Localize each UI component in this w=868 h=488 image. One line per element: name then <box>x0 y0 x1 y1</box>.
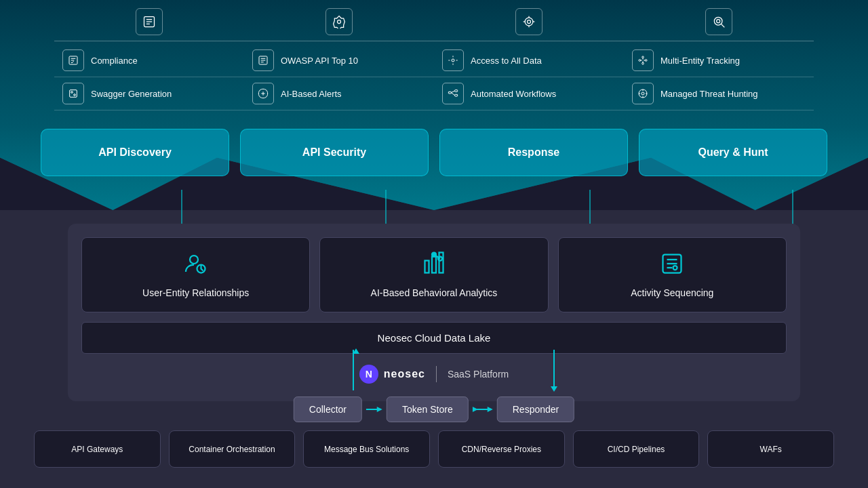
svg-point-25 <box>642 62 644 64</box>
api-discovery-top-icon <box>136 8 163 35</box>
bottom-card-message-bus[interactable]: Message Bus Solutions <box>303 430 430 468</box>
feature-compliance: Compliance <box>54 44 244 77</box>
user-entity-label: User-Entity Relationships <box>142 287 249 298</box>
api-security-col <box>244 8 434 41</box>
saas-divider <box>436 366 437 382</box>
svg-line-37 <box>451 93 454 96</box>
svg-line-13 <box>722 24 725 28</box>
bottom-card-cicd[interactable]: CI/CD Pipelines <box>573 430 700 468</box>
query-hunt-top-icon <box>705 8 732 35</box>
module-query-hunt[interactable]: Query & Hunt <box>639 129 827 176</box>
features-grid: Compliance OWASP API Top 10 Access to Al… <box>54 44 814 110</box>
api-discovery-col <box>54 8 244 41</box>
saas-platform-label: SaaS Platform <box>448 369 509 380</box>
owasp-label: OWASP API Top 10 <box>281 56 358 66</box>
svg-rect-44 <box>439 253 443 273</box>
workflows-label: Automated Workflows <box>471 89 556 99</box>
bottom-card-wafs[interactable]: WAFs <box>707 430 834 468</box>
wafs-label: WAFs <box>760 445 782 454</box>
modules-row: API Discovery API Security Response Quer… <box>0 129 868 176</box>
api-security-top-icon <box>326 8 353 35</box>
svg-rect-33 <box>448 92 451 94</box>
feature-swagger: Swagger Generation <box>54 77 244 110</box>
divider-4 <box>624 41 814 41</box>
svg-rect-34 <box>455 90 458 92</box>
user-entity-icon <box>184 251 208 281</box>
swagger-icon <box>62 83 84 104</box>
divider-3 <box>434 41 624 41</box>
svg-rect-43 <box>432 257 436 273</box>
cdn-label: CDN/Reverse Proxies <box>462 445 541 454</box>
compliance-label: Compliance <box>91 56 138 66</box>
message-bus-label: Message Bus Solutions <box>324 445 409 454</box>
analytics-card-behavioral[interactable]: AI-Based Behavioral Analytics <box>319 237 548 312</box>
svg-point-38 <box>642 92 644 95</box>
svg-point-24 <box>645 60 647 62</box>
analytics-card-activity[interactable]: Activity Sequencing <box>558 237 787 312</box>
bottom-card-api-gateways[interactable]: API Gateways <box>34 430 161 468</box>
module-api-discovery[interactable]: API Discovery <box>41 129 229 176</box>
svg-point-32 <box>74 94 76 96</box>
bottom-connector-left-arrow <box>353 348 359 354</box>
response-col <box>434 8 624 41</box>
feature-threat-hunting: Managed Threat Hunting <box>624 77 814 110</box>
svg-point-6 <box>525 18 533 26</box>
neosec-text: neosec <box>384 368 425 380</box>
svg-point-21 <box>452 59 454 62</box>
access-icon <box>442 49 464 71</box>
analytics-card-user-entity[interactable]: User-Entity Relationships <box>81 237 310 312</box>
multi-entity-label: Multi-Entity Tracking <box>660 56 740 66</box>
behavioral-analytics-icon <box>422 251 446 281</box>
responder-label: Responder <box>513 404 559 415</box>
collector-box[interactable]: Collector <box>294 396 362 422</box>
svg-point-23 <box>642 56 644 58</box>
feature-access: Access to All Data <box>434 44 624 77</box>
svg-marker-57 <box>488 407 493 412</box>
owasp-icon <box>252 49 274 71</box>
ai-alerts-label: AI-Based Alerts <box>281 89 342 99</box>
neosec-logo: N neosec <box>359 365 425 384</box>
neosec-icon: N <box>359 365 378 384</box>
activity-sequencing-label: Activity Sequencing <box>631 287 713 298</box>
token-store-box[interactable]: Token Store <box>387 396 469 422</box>
token-store-arrow-both <box>473 404 493 415</box>
module-response[interactable]: Response <box>439 129 628 176</box>
svg-point-22 <box>639 60 641 62</box>
behavioral-analytics-label: AI-Based Behavioral Analytics <box>371 287 498 298</box>
inner-container: User-Entity Relationships AI-Based Behav… <box>68 224 800 401</box>
module-api-security[interactable]: API Security <box>240 129 429 176</box>
collector-arrow-right <box>366 404 382 415</box>
activity-sequencing-icon <box>660 251 684 281</box>
multi-entity-icon <box>632 49 654 71</box>
divider-2 <box>244 41 434 41</box>
workflows-icon <box>442 83 464 104</box>
ai-alerts-icon <box>252 83 274 104</box>
svg-point-5 <box>528 20 531 24</box>
api-gateways-label: API Gateways <box>71 445 123 454</box>
collector-label: Collector <box>309 404 347 415</box>
response-top-icon <box>515 8 542 35</box>
svg-point-31 <box>71 92 73 94</box>
feature-ai-alerts: AI-Based Alerts <box>244 77 434 110</box>
svg-marker-56 <box>473 407 478 412</box>
svg-rect-42 <box>425 261 429 273</box>
bottom-connector-right-arrow <box>551 386 557 392</box>
bottom-connector-right <box>553 350 555 390</box>
bottom-card-cdn[interactable]: CDN/Reverse Proxies <box>438 430 565 468</box>
svg-point-40 <box>190 256 198 264</box>
features-area: Compliance OWASP API Top 10 Access to Al… <box>0 44 868 110</box>
svg-marker-54 <box>377 407 382 412</box>
responder-box[interactable]: Responder <box>497 396 575 422</box>
svg-point-52 <box>673 266 677 270</box>
saas-row: N neosec SaaS Platform <box>81 361 787 388</box>
threat-hunting-label: Managed Threat Hunting <box>660 89 758 99</box>
swagger-label: Swagger Generation <box>91 89 172 99</box>
token-store-label: Token Store <box>402 404 453 415</box>
feature-multi-entity: Multi-Entity Tracking <box>624 44 814 77</box>
bottom-cards-row: API Gateways Container Orchestration Mes… <box>34 430 834 468</box>
bottom-card-container[interactable]: Container Orchestration <box>169 430 296 468</box>
feature-workflows: Automated Workflows <box>434 77 624 110</box>
query-hunt-col <box>624 8 814 41</box>
divider-1 <box>54 41 244 41</box>
svg-point-11 <box>714 17 722 25</box>
